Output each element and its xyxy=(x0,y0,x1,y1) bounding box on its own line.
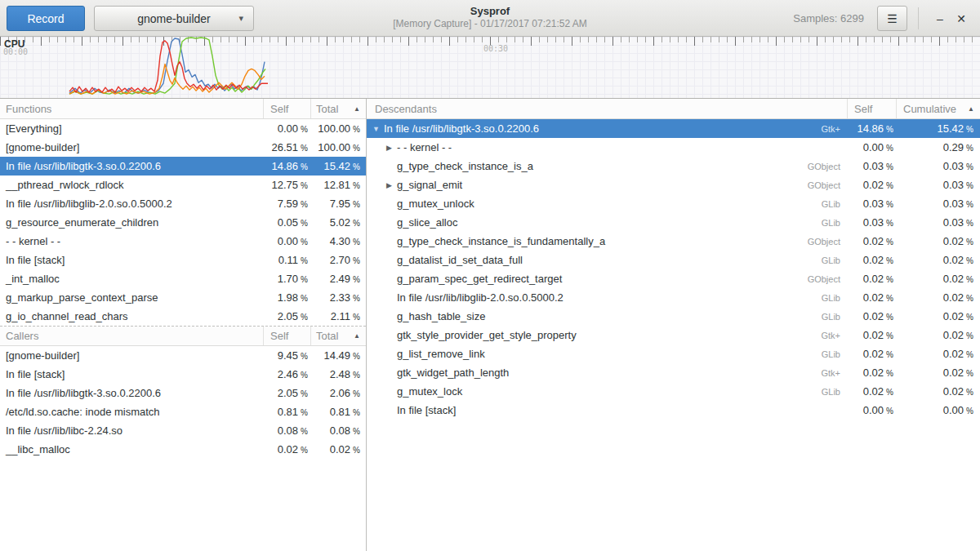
total-value: 7.95% xyxy=(310,198,366,210)
function-name: In file /usr/lib/libgtk-3.so.0.2200.6 xyxy=(381,122,821,135)
table-row[interactable]: gtk_widget_path_lengthGtk+0.02%0.02% xyxy=(367,363,980,382)
table-row[interactable]: In file /usr/lib/libglib-2.0.so.0.5000.2… xyxy=(367,288,980,307)
percent-sign: % xyxy=(966,256,973,265)
percent-sign: % xyxy=(353,446,360,455)
record-button[interactable]: Record xyxy=(7,6,85,31)
percent-sign: % xyxy=(886,294,893,303)
table-row[interactable]: ▼In file /usr/lib/libgtk-3.so.0.2200.6Gt… xyxy=(367,119,980,138)
minimize-button[interactable]: – xyxy=(929,6,951,31)
table-row[interactable]: [gnome-builder]26.51%100.00% xyxy=(0,138,366,157)
table-row[interactable]: In file [stack]0.11%2.70% xyxy=(0,251,366,269)
percent-sign: % xyxy=(353,427,360,436)
table-row[interactable]: g_type_check_instance_is_aGObject0.03%0.… xyxy=(367,157,980,176)
function-name: g_list_remove_link xyxy=(394,348,822,360)
expander-icon[interactable]: ▶ xyxy=(384,181,394,189)
expander-icon[interactable]: ▼ xyxy=(371,125,381,133)
self-value: 0.00% xyxy=(263,235,310,247)
table-row[interactable]: [Everything]0.00%100.00% xyxy=(0,119,366,138)
table-row[interactable]: In file [stack]2.46%2.48% xyxy=(0,365,366,384)
table-row[interactable]: g_resource_enumerate_children0.05%5.02% xyxy=(0,213,366,232)
library-badge: GObject xyxy=(808,237,840,247)
table-row[interactable]: - - kernel - -0.00%4.30% xyxy=(0,232,366,251)
percent-sign: % xyxy=(353,275,360,284)
table-row[interactable]: __pthread_rwlock_rdlock12.75%12.81% xyxy=(0,176,366,194)
content-area: Functions Self Total ▲ [Everything]0.00%… xyxy=(0,99,980,551)
table-row[interactable]: gtk_style_provider_get_style_propertyGtk… xyxy=(367,326,980,344)
percent-sign: % xyxy=(301,408,308,417)
percent-sign: % xyxy=(886,369,893,378)
descendant-cell: g_slice_allocGLib xyxy=(367,216,847,229)
percent-sign: % xyxy=(301,238,308,247)
table-row[interactable]: g_mutex_lockGLib0.02%0.02% xyxy=(367,382,980,401)
self-value: 0.03% xyxy=(847,216,896,229)
function-name: In file /usr/lib/libgtk-3.so.0.2200.6 xyxy=(0,387,263,399)
table-row[interactable]: g_slice_allocGLib0.03%0.03% xyxy=(367,213,980,232)
descendant-cell: ▼In file /usr/lib/libgtk-3.so.0.2200.6Gt… xyxy=(367,122,847,135)
process-selector-dropdown[interactable]: gnome-builder ▾ xyxy=(94,6,254,31)
table-row[interactable]: g_datalist_id_set_data_fullGLib0.02%0.02… xyxy=(367,251,980,269)
function-name: g_resource_enumerate_children xyxy=(0,216,263,229)
callers-header: Callers Self Total ▲ xyxy=(0,326,366,346)
library-badge: GLib xyxy=(822,387,840,397)
total-value: 4.30% xyxy=(310,235,366,247)
close-button[interactable]: ✕ xyxy=(951,6,972,31)
percent-sign: % xyxy=(966,275,973,284)
percent-sign: % xyxy=(301,389,308,398)
menu-button[interactable]: ☰ xyxy=(877,6,907,31)
table-row[interactable]: In file /usr/lib/libglib-2.0.so.0.5000.2… xyxy=(0,194,366,213)
table-row[interactable]: In file [stack]0.00%0.00% xyxy=(367,401,980,420)
column-callers[interactable]: Callers xyxy=(0,330,263,342)
total-value: 0.02% xyxy=(310,443,366,455)
table-row[interactable]: In file /usr/lib/libgtk-3.so.0.2200.614.… xyxy=(0,157,366,176)
table-row[interactable]: _int_malloc1.70%2.49% xyxy=(0,269,366,288)
cumulative-value: 0.02% xyxy=(896,329,980,341)
library-badge: GLib xyxy=(822,256,840,265)
descendant-cell: g_list_remove_linkGLib xyxy=(367,348,847,360)
table-row[interactable]: g_hash_table_sizeGLib0.02%0.02% xyxy=(367,307,980,326)
self-value: 0.02% xyxy=(847,273,896,285)
percent-sign: % xyxy=(301,181,308,190)
function-name: In file [stack] xyxy=(394,404,840,416)
function-name: g_mutex_unlock xyxy=(394,198,822,210)
percent-sign: % xyxy=(966,200,973,209)
table-row[interactable]: g_param_spec_get_redirect_targetGObject0… xyxy=(367,269,980,288)
self-value: 0.11% xyxy=(263,254,310,266)
function-name: - - kernel - - xyxy=(0,235,263,247)
table-row[interactable]: In file /usr/lib/libgtk-3.so.0.2200.62.0… xyxy=(0,384,366,402)
column-self[interactable]: Self xyxy=(263,327,310,345)
cpu-graph[interactable]: CPU 00:00 00:30 xyxy=(0,37,980,99)
table-row[interactable]: g_type_check_instance_is_fundamentally_a… xyxy=(367,232,980,251)
table-row[interactable]: g_markup_parse_context_parse1.98%2.33% xyxy=(0,288,366,307)
table-row[interactable]: [gnome-builder]9.45%14.49% xyxy=(0,346,366,365)
expander-icon[interactable]: ▶ xyxy=(384,144,394,152)
table-row[interactable]: g_list_remove_linkGLib0.02%0.02% xyxy=(367,344,980,363)
table-row[interactable]: In file /usr/lib/libc-2.24.so0.08%0.08% xyxy=(0,421,366,440)
percent-sign: % xyxy=(886,125,893,134)
column-total[interactable]: Total ▲ xyxy=(310,327,366,345)
table-row[interactable]: __libc_malloc0.02%0.02% xyxy=(0,440,366,459)
table-row[interactable]: ▶g_signal_emitGObject0.02%0.03% xyxy=(367,176,980,194)
column-self[interactable]: Self xyxy=(263,99,310,118)
column-self[interactable]: Self xyxy=(847,99,896,118)
window: Record gnome-builder ▾ Sysprof [Memory C… xyxy=(0,0,980,551)
percent-sign: % xyxy=(966,407,973,415)
self-value: 0.02% xyxy=(847,235,896,247)
column-descendants[interactable]: Descendants xyxy=(367,103,847,115)
table-row[interactable]: /etc/ld.so.cache: inode mismatch0.81%0.8… xyxy=(0,402,366,421)
minimize-icon: – xyxy=(937,12,943,25)
library-badge: Gtk+ xyxy=(821,124,840,134)
percent-sign: % xyxy=(966,125,973,134)
self-value: 2.05% xyxy=(263,310,310,322)
table-row[interactable]: g_mutex_unlockGLib0.03%0.03% xyxy=(367,194,980,213)
column-total[interactable]: Total ▲ xyxy=(310,99,366,118)
table-row[interactable]: g_io_channel_read_chars2.05%2.11% xyxy=(0,307,366,326)
table-row[interactable]: ▶- - kernel - -0.00%0.29% xyxy=(367,138,980,157)
column-cumulative[interactable]: Cumulative ▲ xyxy=(896,99,980,118)
function-name: In file [stack] xyxy=(0,368,263,380)
descendant-cell: In file [stack] xyxy=(367,404,847,416)
percent-sign: % xyxy=(966,350,973,359)
column-functions[interactable]: Functions xyxy=(0,103,263,115)
close-icon: ✕ xyxy=(956,12,966,25)
descendant-cell: gtk_style_provider_get_style_propertyGtk… xyxy=(367,329,847,341)
descendant-cell: g_param_spec_get_redirect_targetGObject xyxy=(367,273,847,285)
